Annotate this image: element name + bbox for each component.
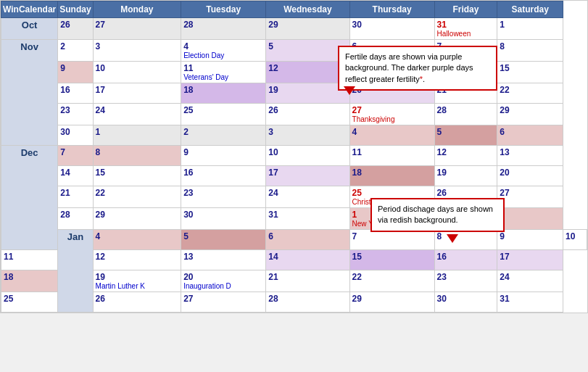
table-row: Nov 2 3 4 Election Day 5 6 7 8 <box>1 40 587 62</box>
nov-5: 5 <box>266 40 349 62</box>
mlk-label: Martin Luther K <box>96 282 179 290</box>
dec-3-nov: 3 <box>266 125 349 146</box>
nov-3: 3 <box>93 40 181 62</box>
jan-12: 12 <box>93 250 181 270</box>
dec-2-nov: 2 <box>181 125 266 146</box>
period-tooltip-arrow <box>447 234 458 243</box>
oct-31: 31 Halloween <box>434 18 497 40</box>
table-row: 16 17 18 19 20 21 22 <box>1 83 587 104</box>
jan-13: 13 <box>181 250 266 270</box>
header-saturday: Saturday <box>497 1 563 18</box>
month-oct: Oct <box>1 18 58 40</box>
nov-27: 27 Thanksgiving <box>349 104 434 125</box>
calendar-wrapper: Fertile days are shown via purple backgr… <box>0 0 588 313</box>
jan-18: 18 <box>1 270 58 292</box>
jan-31: 31 <box>497 292 563 313</box>
jan-5: 5 <box>181 230 266 250</box>
dec-22: 22 <box>93 186 181 208</box>
fertile-tooltip: Fertile days are shown via purple backgr… <box>338 46 497 91</box>
month-nov: Nov <box>1 40 58 146</box>
header-wincal: WinCalendar <box>1 1 58 18</box>
table-row: Oct 26 27 28 29 30 31 Halloween 1 <box>1 18 587 40</box>
oct-27: 27 <box>93 18 181 40</box>
halloween-label: Halloween <box>437 30 495 38</box>
table-row: Jan 4 5 6 7 8 9 10 <box>1 230 587 250</box>
dec-19: 19 <box>434 166 497 186</box>
jan-10: 10 <box>563 230 587 250</box>
jan-20: 20 Inauguration D <box>181 270 266 292</box>
jan-24: 24 <box>497 270 563 292</box>
jan-15: 15 <box>349 250 434 270</box>
nov-15: 15 <box>497 62 563 83</box>
jan-11: 11 <box>1 250 58 270</box>
nov-26: 26 <box>266 104 349 125</box>
month-jan: Jan <box>58 230 93 313</box>
nov-16: 16 <box>58 83 93 104</box>
table-row: 14 15 16 17 18 19 20 <box>1 166 587 186</box>
dec-13: 13 <box>497 146 563 166</box>
dec-29: 29 <box>93 208 181 230</box>
dec-20: 20 <box>497 166 563 186</box>
jan-30: 30 <box>434 292 497 313</box>
nov-18: 18 <box>181 83 266 104</box>
dec-24: 24 <box>266 186 349 208</box>
dec-23: 23 <box>181 186 266 208</box>
header-sunday: Sunday <box>58 1 93 18</box>
dec-31: 31 <box>266 208 349 230</box>
table-row: Dec 7 8 9 10 11 12 13 <box>1 146 587 166</box>
jan-17: 17 <box>497 250 563 270</box>
inauguration-label: Inauguration D <box>183 282 263 290</box>
oct-30: 30 <box>349 18 434 40</box>
dec-9: 9 <box>181 146 266 166</box>
calendar-table: WinCalendar Sunday Monday Tuesday Wednes… <box>1 1 587 313</box>
dec-28: 28 <box>58 208 93 230</box>
nov-2: 2 <box>58 40 93 62</box>
jan-8: 8 <box>434 230 497 250</box>
jan-6: 6 <box>266 230 349 250</box>
header-monday: Monday <box>93 1 181 18</box>
jan-9: 9 <box>497 230 563 250</box>
nov-28: 28 <box>434 104 497 125</box>
table-row: 9 10 11 Veterans' Day 12 13 14 15 <box>1 62 587 83</box>
oct-26: 26 <box>58 18 93 40</box>
dec-1-nov: 1 <box>93 125 181 146</box>
dec-6-nov: 6 <box>497 125 563 146</box>
dec-16: 16 <box>181 166 266 186</box>
oct-28: 28 <box>181 18 266 40</box>
dec-7: 7 <box>58 146 93 166</box>
jan-19: 19 Martin Luther K <box>93 270 181 292</box>
nov-10: 10 <box>93 62 181 83</box>
period-tooltip: Period dischage days are shown via redis… <box>370 198 505 232</box>
header-friday: Friday <box>434 1 497 18</box>
nov-22: 22 <box>497 83 563 104</box>
dec-10: 10 <box>266 146 349 166</box>
jan-4: 4 <box>93 230 181 250</box>
nov-8: 8 <box>497 40 563 62</box>
jan-28: 28 <box>266 292 349 313</box>
nov-17: 17 <box>93 83 181 104</box>
nov-11: 11 Veterans' Day <box>181 62 266 83</box>
nov-29: 29 <box>497 104 563 125</box>
dec-17: 17 <box>266 166 349 186</box>
jan-23: 23 <box>434 270 497 292</box>
nov-25: 25 <box>181 104 266 125</box>
jan-26: 26 <box>93 292 181 313</box>
period-tooltip-text: Period dischage days are shown via redis… <box>378 204 493 224</box>
nov-1-oct: 1 <box>497 18 563 40</box>
header-wednesday: Wednesday <box>266 1 349 18</box>
jan-29: 29 <box>349 292 434 313</box>
dec-15: 15 <box>93 166 181 186</box>
fertile-tooltip-text: Fertile days are shown via purple backgr… <box>345 52 473 83</box>
nov-23: 23 <box>58 104 93 125</box>
jan-7: 7 <box>349 230 434 250</box>
fertile-tooltip-arrow <box>344 86 355 95</box>
table-row: 30 1 2 3 4 5 6 <box>1 125 587 146</box>
jan-3-dec: 3 <box>497 208 563 230</box>
nov-12: 12 <box>266 62 349 83</box>
dec-21: 21 <box>58 186 93 208</box>
nov-24: 24 <box>93 104 181 125</box>
dec-4-nov: 4 <box>349 125 434 146</box>
dec-27: 27 <box>497 186 563 208</box>
veterans-day-label: Veterans' Day <box>183 73 263 81</box>
jan-16: 16 <box>434 250 497 270</box>
